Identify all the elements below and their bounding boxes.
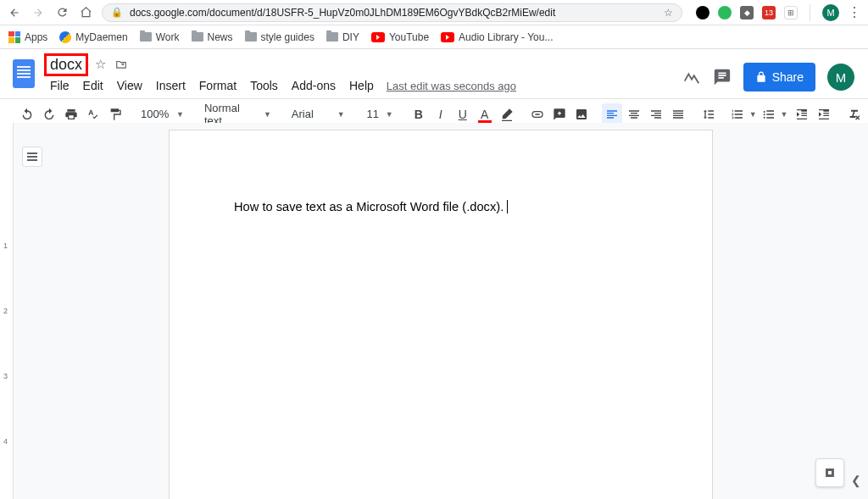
undo-button[interactable] <box>17 103 37 125</box>
reload-button[interactable] <box>54 5 70 20</box>
clear-formatting-button[interactable] <box>844 103 865 125</box>
paint-format-button[interactable] <box>105 103 125 125</box>
activity-icon[interactable] <box>682 68 701 86</box>
menu-help[interactable]: Help <box>343 76 380 95</box>
star-button[interactable]: ☆ <box>93 55 108 74</box>
menu-format[interactable]: Format <box>193 76 242 95</box>
redo-button[interactable] <box>39 103 59 125</box>
folder-icon <box>192 32 203 42</box>
menu-tools[interactable]: Tools <box>244 76 284 95</box>
document-title[interactable]: docx <box>44 53 88 76</box>
bookmark-folder-work[interactable]: Work <box>140 31 180 43</box>
menu-edit[interactable]: Edit <box>77 76 109 95</box>
document-text: How to save text as a Microsoft Word fil… <box>234 200 504 213</box>
home-button[interactable] <box>78 5 93 20</box>
chrome-menu-button[interactable]: ⋮ <box>848 4 861 20</box>
apps-label: Apps <box>25 31 47 43</box>
highlight-button[interactable] <box>497 103 517 125</box>
ext-icon-1[interactable] <box>696 6 709 19</box>
document-page[interactable]: How to save text as a Microsoft Word fil… <box>169 130 713 499</box>
zoom-select[interactable]: 100%▼ <box>136 103 189 125</box>
extension-icons: ◆ 13 ⊞ <box>691 6 798 19</box>
account-avatar[interactable]: M <box>827 64 854 91</box>
menu-view[interactable]: View <box>111 76 148 95</box>
bookmark-folder-style-guides[interactable]: style guides <box>245 31 314 43</box>
align-right-button[interactable] <box>646 103 666 125</box>
site-icon <box>59 31 71 43</box>
folder-icon <box>326 32 338 42</box>
share-label: Share <box>772 70 804 84</box>
menu-bar: File Edit View Insert Format Tools Add-o… <box>44 75 516 97</box>
separator <box>810 4 810 21</box>
profile-avatar-small[interactable]: M <box>822 4 839 21</box>
line-spacing-button[interactable] <box>698 103 719 125</box>
bookmarks-bar: Apps MyDaemen Work News style guides DIY… <box>0 25 868 49</box>
italic-button[interactable]: I <box>431 103 451 125</box>
insert-link-button[interactable] <box>527 103 548 125</box>
increase-indent-button[interactable] <box>814 103 834 125</box>
text-cursor <box>504 200 508 213</box>
lock-icon: 🔒 <box>111 7 123 18</box>
add-comment-button[interactable] <box>549 103 570 125</box>
folder-icon <box>245 32 257 42</box>
styles-select[interactable]: Normal text▼ <box>199 103 276 125</box>
spellcheck-button[interactable] <box>83 103 103 125</box>
browser-toolbar: 🔒 docs.google.com/document/d/18USFR-5_Hu… <box>0 0 868 25</box>
lock-icon <box>755 71 767 83</box>
bookmark-audio-library[interactable]: Audio Library - You... <box>441 31 553 43</box>
numbered-list-button[interactable]: ▼ <box>729 103 759 125</box>
docs-logo[interactable] <box>10 56 37 91</box>
canvas-area: 1 2 3 4 5 How to save text as a Microsof… <box>0 123 868 499</box>
scroll-down-button[interactable]: ❮ <box>851 474 861 487</box>
ext-icon-2[interactable] <box>718 6 732 19</box>
back-button[interactable] <box>7 5 22 20</box>
address-bar[interactable]: 🔒 docs.google.com/document/d/18USFR-5_Hu… <box>102 3 682 22</box>
bookmark-star-icon[interactable]: ☆ <box>664 7 673 19</box>
ext-icon-badge[interactable]: 13 <box>762 6 776 19</box>
underline-button[interactable]: U <box>453 103 473 125</box>
menu-file[interactable]: File <box>44 76 75 95</box>
apps-icon <box>8 31 20 43</box>
bookmark-youtube[interactable]: YouTube <box>371 31 429 43</box>
bookmark-folder-diy[interactable]: DIY <box>326 31 359 43</box>
menu-addons[interactable]: Add-ons <box>286 76 342 95</box>
bulleted-list-button[interactable]: ▼ <box>760 103 790 125</box>
apps-shortcut[interactable]: Apps <box>8 31 47 43</box>
url-text: docs.google.com/document/d/18USFR-5_HupV… <box>130 7 555 19</box>
youtube-icon <box>441 32 454 42</box>
move-button[interactable] <box>113 57 130 72</box>
explore-icon <box>821 464 838 481</box>
text-color-button[interactable]: A <box>475 103 495 125</box>
vertical-ruler[interactable]: 1 2 3 4 5 <box>0 123 14 499</box>
comments-icon[interactable] <box>713 68 732 86</box>
last-edit-link[interactable]: Last edit was seconds ago <box>387 80 516 92</box>
align-justify-button[interactable] <box>668 103 688 125</box>
forward-button[interactable] <box>31 5 46 20</box>
share-button[interactable]: Share <box>743 63 815 91</box>
font-select[interactable]: Arial▼ <box>287 103 350 125</box>
bookmark-mydaemen[interactable]: MyDaemen <box>59 31 127 43</box>
font-size-select[interactable]: 11▼ <box>360 103 398 125</box>
align-left-button[interactable] <box>602 103 622 125</box>
insert-image-button[interactable] <box>571 103 592 125</box>
print-button[interactable] <box>61 103 81 125</box>
docs-header: docx ☆ File Edit View Insert Format Tool… <box>0 49 868 97</box>
decrease-indent-button[interactable] <box>792 103 812 125</box>
ext-icon-grid[interactable]: ⊞ <box>784 6 798 19</box>
menu-insert[interactable]: Insert <box>150 76 192 95</box>
ext-icon-3[interactable]: ◆ <box>740 6 754 19</box>
bookmark-folder-news[interactable]: News <box>192 31 233 43</box>
bold-button[interactable]: B <box>409 103 429 125</box>
align-center-button[interactable] <box>624 103 644 125</box>
folder-icon <box>140 32 152 42</box>
youtube-icon <box>371 32 385 42</box>
explore-button[interactable] <box>815 458 844 487</box>
